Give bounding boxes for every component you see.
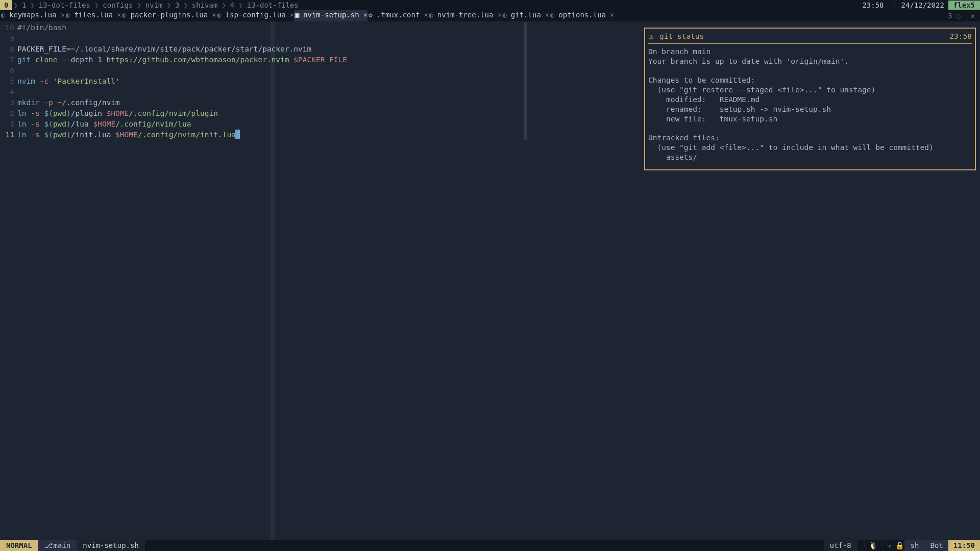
breadcrumb-segment[interactable]: 1 — [19, 1, 29, 9]
buffer-tab-label: git.lua — [511, 11, 541, 19]
chevron-right-icon: ❯ — [182, 1, 188, 9]
line-number: 7 — [0, 55, 17, 65]
eol-icon: ␊ — [886, 541, 892, 550]
code-line[interactable]: ln -s $(pwd)/plugin $HOME/.config/nvim/p… — [17, 108, 347, 119]
line-number: 4 — [0, 87, 17, 97]
code-line[interactable]: #!/bin/bash — [17, 22, 347, 33]
close-icon[interactable]: × — [117, 11, 121, 19]
code-line[interactable] — [17, 33, 347, 44]
close-icon[interactable]: × — [497, 11, 501, 19]
chevron-left-icon: 〈 — [857, 541, 869, 550]
tmux-i3-topbar: 0 ❯1❯i3-dot-files❯configs❯nvim❯3❯shivam❯… — [0, 0, 980, 10]
breadcrumb-segment[interactable]: 3 — [172, 1, 182, 9]
buffer-tab[interactable]: ◐packer-plugins.lua× — [121, 10, 216, 21]
breadcrumb-segment[interactable]: configs — [100, 1, 136, 9]
chevron-right-icon: ❯ — [136, 1, 142, 9]
lua-icon: ◐ — [121, 10, 127, 19]
line-number: 6 — [0, 65, 17, 76]
lua-icon: ◐ — [428, 10, 434, 19]
floating-terminal[interactable]: ⚠ git status 23:58 On branch main Your b… — [644, 28, 976, 170]
lua-icon: ◐ — [216, 10, 223, 19]
buffer-tab-label: options.lua — [558, 11, 606, 19]
mode-indicator: NORMAL — [0, 540, 38, 551]
buffer-tab[interactable]: ✿.tmux.conf× — [368, 10, 428, 21]
git-branch-segment: ⎇ main — [38, 540, 77, 551]
buffer-tab[interactable]: ◐nvim-tree.lua× — [428, 10, 502, 21]
code-line[interactable]: ln -s $(pwd)/lua $HOME/.config/nvim/lua — [17, 119, 347, 130]
chevron-right-icon: ❯ — [237, 1, 243, 9]
wm-workspace-label[interactable]: flex5 — [948, 1, 980, 10]
git-branch-name: main — [54, 541, 71, 550]
close-icon[interactable]: × — [545, 11, 549, 19]
close-icon[interactable]: × — [424, 11, 428, 19]
buffer-tab-label: .tmux.conf — [377, 11, 420, 19]
buffer-tab[interactable]: ◐lsp-config.lua× — [216, 10, 294, 21]
tux-icon: 🐧 — [869, 541, 875, 550]
breadcrumb-segment[interactable]: 4 — [227, 1, 237, 9]
chevron-left-icon: 〈 — [875, 541, 886, 550]
buffer-tab-label: packer-plugins.lua — [130, 11, 208, 19]
breadcrumb-segment[interactable]: i3-dot-files — [36, 1, 93, 9]
chevron-right-icon: ❯ — [12, 1, 18, 9]
floating-terminal-title: git status — [659, 32, 704, 41]
topbar-time: 23:58 — [858, 1, 888, 10]
chevron-right-icon: ❯ — [93, 1, 100, 9]
breadcrumb-segment[interactable]: shivam — [189, 1, 221, 9]
code-line[interactable]: mkdir -p ~/.config/nvim — [17, 97, 347, 108]
line-number: 3 — [0, 97, 17, 108]
chevron-right-icon: ❯ — [166, 1, 172, 9]
topbar-date: 24/12/2022 — [897, 1, 948, 10]
bufferline-sync-icon: ◌ — [955, 11, 962, 20]
close-icon[interactable]: × — [61, 11, 65, 19]
filetype-segment: sh — [904, 540, 925, 551]
position-segment: 11:50 — [948, 540, 980, 551]
lua-icon: ◐ — [502, 10, 508, 19]
line-number: 1 — [0, 119, 17, 130]
bufferline-hidden-count: 3 — [948, 11, 952, 20]
statusline: NORMAL ⎇ main nvim-setup.sh utf-8 〈 🐧 〈 … — [0, 540, 980, 551]
breadcrumb-segment[interactable]: nvim — [142, 1, 166, 9]
line-number: 8 — [0, 44, 17, 55]
code-line[interactable]: git clone --depth 1 https://github.com/w… — [17, 55, 347, 65]
line-number: 11 — [0, 130, 17, 140]
lua-icon: ◐ — [65, 10, 71, 19]
chevron-right-icon: ❯ — [29, 1, 35, 9]
buffer-tab[interactable]: ◐files.lua× — [65, 10, 121, 21]
code-content[interactable]: #!/bin/bashPACKER_FILE=~/.local/share/nv… — [17, 21, 347, 540]
bufferline-close-icon[interactable]: ✕ — [966, 10, 980, 21]
buffer-tab-label: nvim-setup.sh — [303, 11, 359, 19]
bufferline: ◐keymaps.lua×◐files.lua×◐packer-plugins.… — [0, 10, 980, 21]
close-icon[interactable]: × — [363, 11, 368, 19]
code-line[interactable]: nvim -c 'PackerInstall' — [17, 76, 347, 87]
close-icon[interactable]: × — [212, 11, 216, 19]
chevron-left-icon: 〈 — [888, 1, 897, 10]
percent-segment: Bot — [925, 540, 948, 551]
tmux-session-index[interactable]: 0 — [0, 0, 12, 10]
buffer-tab-label: nvim-tree.lua — [437, 11, 494, 19]
line-number: 2 — [0, 108, 17, 119]
buffer-tab[interactable]: ◐keymaps.lua× — [0, 10, 65, 21]
lua-icon: ◐ — [549, 10, 555, 19]
floating-terminal-time: 23:58 — [949, 32, 972, 41]
line-number-gutter: 1098765432111 — [0, 21, 17, 540]
line-number: 5 — [0, 76, 17, 87]
filename-segment: nvim-setup.sh — [77, 540, 145, 551]
line-number: 10 — [0, 22, 17, 33]
breadcrumb-segment[interactable]: i3-dot-files — [244, 1, 302, 9]
scrollbar[interactable] — [524, 22, 527, 140]
code-line[interactable]: ln -s $(pwd)/init.lua $HOME/.config/nvim… — [17, 130, 347, 140]
code-line[interactable] — [17, 87, 347, 97]
gear-icon: ✿ — [368, 10, 374, 19]
close-icon[interactable]: × — [610, 11, 614, 19]
bufferline-right-info: 3 ◌ — [944, 10, 965, 21]
buffer-tab-label: lsp-config.lua — [226, 11, 286, 19]
buffer-tab-label: files.lua — [74, 11, 113, 19]
close-icon[interactable]: × — [290, 11, 294, 19]
branch-icon: ⎇ — [44, 541, 51, 550]
encoding-segment: utf-8 — [824, 540, 857, 551]
buffer-tab[interactable]: ▣nvim-setup.sh× — [294, 10, 368, 21]
buffer-tab[interactable]: ◐options.lua× — [549, 10, 614, 21]
code-line[interactable] — [17, 65, 347, 76]
code-line[interactable]: PACKER_FILE=~/.local/share/nvim/site/pac… — [17, 44, 347, 55]
buffer-tab[interactable]: ◐git.lua× — [502, 10, 549, 21]
